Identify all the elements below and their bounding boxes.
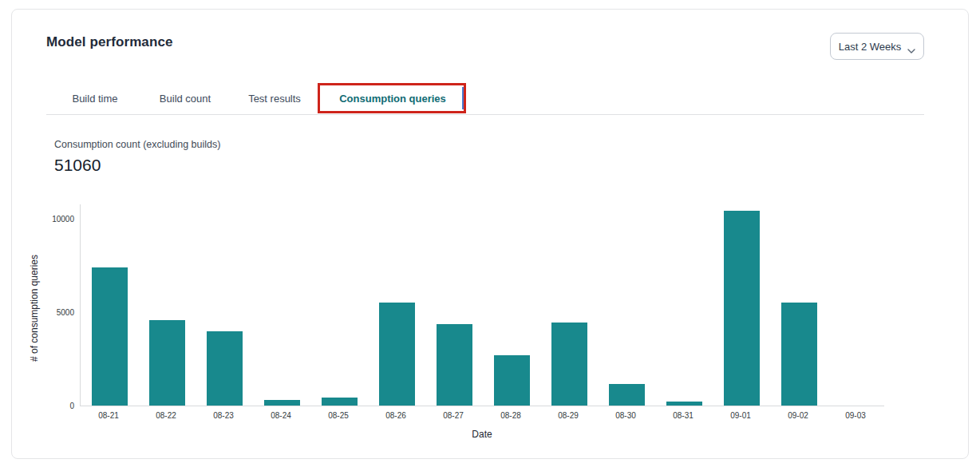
x-tick-label: 09-01 bbox=[712, 411, 769, 420]
bar-09-02 bbox=[781, 303, 817, 406]
x-tick-label: 08-30 bbox=[597, 411, 654, 420]
bar-08-27 bbox=[437, 324, 472, 406]
plot-area bbox=[80, 204, 884, 406]
x-tick-label: 08-24 bbox=[252, 411, 310, 420]
x-tick-label: 08-31 bbox=[654, 411, 712, 420]
bar-08-28 bbox=[494, 355, 530, 406]
tab-build-time[interactable]: Build time bbox=[72, 93, 117, 105]
metric-label: Consumption count (excluding builds) bbox=[54, 139, 220, 150]
x-axis-title: Date bbox=[80, 429, 884, 440]
tab-consumption-queries[interactable]: Consumption queries bbox=[339, 93, 446, 105]
tab-divider bbox=[46, 114, 924, 115]
bar-08-29 bbox=[551, 323, 587, 406]
model-performance-card: Model performance Last 2 Weeks Build tim… bbox=[11, 9, 969, 459]
x-tick-label: 09-03 bbox=[827, 411, 884, 420]
metric-value: 51060 bbox=[54, 156, 101, 175]
x-tick-label: 08-21 bbox=[80, 411, 137, 420]
bar-09-01 bbox=[724, 211, 760, 406]
x-tick-label: 08-28 bbox=[482, 411, 539, 420]
page-title: Model performance bbox=[46, 34, 173, 50]
date-range-value: Last 2 Weeks bbox=[839, 41, 902, 53]
consumption-bar-chart: # of consumption queries Date 0500010000… bbox=[12, 204, 947, 452]
bar-08-21 bbox=[92, 267, 128, 406]
x-tick-label: 08-26 bbox=[367, 411, 425, 420]
y-tick-label: 5000 bbox=[12, 307, 74, 319]
bar-08-26 bbox=[379, 303, 415, 406]
annotation-accent-line bbox=[462, 87, 464, 109]
x-tick-label: 08-29 bbox=[539, 411, 597, 420]
x-tick-label: 08-22 bbox=[137, 411, 195, 420]
bar-08-31 bbox=[666, 402, 702, 406]
chevron-down-icon bbox=[907, 44, 915, 49]
x-tick-label: 08-25 bbox=[310, 411, 367, 420]
bar-08-22 bbox=[149, 320, 185, 406]
bar-08-23 bbox=[207, 331, 243, 406]
y-tick-label: 0 bbox=[12, 401, 74, 412]
bar-08-25 bbox=[322, 398, 358, 406]
tab-test-results[interactable]: Test results bbox=[248, 93, 301, 105]
bar-08-30 bbox=[609, 384, 645, 406]
y-tick-label: 10000 bbox=[12, 214, 74, 225]
tab-build-count[interactable]: Build count bbox=[160, 93, 211, 105]
date-range-dropdown[interactable]: Last 2 Weeks bbox=[830, 33, 924, 60]
x-tick-label: 08-23 bbox=[195, 411, 252, 420]
bar-08-24 bbox=[264, 400, 300, 406]
x-tick-label: 09-02 bbox=[769, 411, 827, 420]
x-tick-label: 08-27 bbox=[425, 411, 482, 420]
